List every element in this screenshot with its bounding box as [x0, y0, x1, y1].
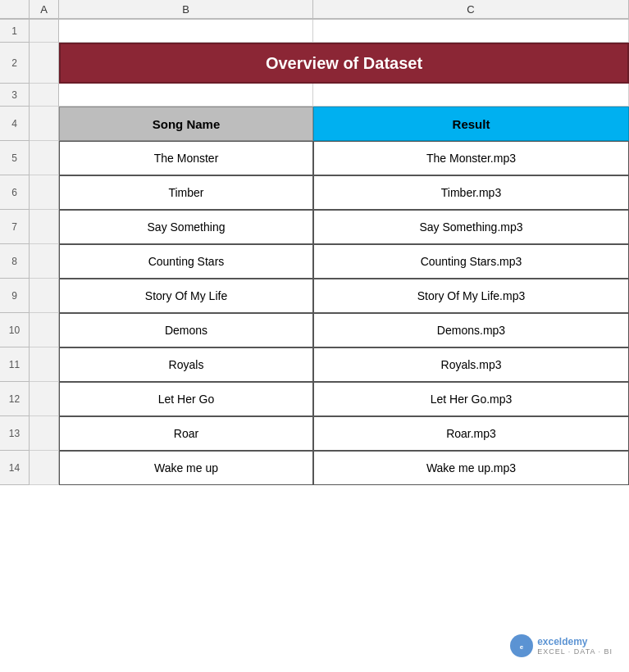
cell-c7[interactable]: Say Something.mp3	[313, 210, 629, 244]
row-num-14: 14	[0, 451, 30, 485]
row-2: 2 Overview of Dataset	[0, 43, 629, 84]
cell-a8[interactable]	[30, 244, 59, 279]
row-10: 10 Demons Demons.mp3	[0, 313, 629, 347]
cell-a10[interactable]	[30, 313, 59, 347]
cell-a1[interactable]	[30, 20, 59, 43]
row-8: 8 Counting Stars Counting Stars.mp3	[0, 244, 629, 279]
row-6: 6 Timber Timber.mp3	[0, 175, 629, 210]
cell-c5[interactable]: The Monster.mp3	[313, 141, 629, 175]
cell-b8[interactable]: Counting Stars	[59, 244, 313, 279]
cell-b11[interactable]: Royals	[59, 347, 313, 382]
cell-a13[interactable]	[30, 416, 59, 451]
row-num-11: 11	[0, 347, 30, 382]
cell-b12[interactable]: Let Her Go	[59, 382, 313, 416]
row-num-5: 5	[0, 141, 30, 175]
cell-b13[interactable]: Roar	[59, 416, 313, 451]
watermark-text: exceldemy EXCEL · DATA · BI	[537, 636, 613, 656]
row-num-2: 2	[0, 43, 30, 84]
row-num-7: 7	[0, 210, 30, 244]
cell-b14[interactable]: Wake me up	[59, 451, 313, 485]
row-7: 7 Say Something Say Something.mp3	[0, 210, 629, 244]
cell-c1[interactable]	[313, 20, 629, 43]
row-13: 13 Roar Roar.mp3	[0, 416, 629, 451]
row-14: 14 Wake me up Wake me up.mp3	[0, 451, 629, 485]
cell-c6[interactable]: Timber.mp3	[313, 175, 629, 210]
cell-c3[interactable]	[313, 84, 629, 107]
col-header-c: C	[313, 0, 629, 19]
cell-b6[interactable]: Timber	[59, 175, 313, 210]
watermark-logo: e	[510, 634, 533, 657]
cell-a6[interactable]	[30, 175, 59, 210]
cell-b9[interactable]: Story Of My Life	[59, 279, 313, 313]
row-12: 12 Let Her Go Let Her Go.mp3	[0, 382, 629, 416]
grid: 1 2 Overview of Dataset 3 4 Song Name Re…	[0, 20, 629, 485]
cell-a11[interactable]	[30, 347, 59, 382]
cell-a14[interactable]	[30, 451, 59, 485]
cell-a7[interactable]	[30, 210, 59, 244]
cell-a12[interactable]	[30, 382, 59, 416]
cell-c13[interactable]: Roar.mp3	[313, 416, 629, 451]
row-4: 4 Song Name Result	[0, 107, 629, 141]
cell-b1[interactable]	[59, 20, 313, 43]
row-num-6: 6	[0, 175, 30, 210]
cell-a9[interactable]	[30, 279, 59, 313]
cell-a2[interactable]	[30, 43, 59, 84]
row-num-12: 12	[0, 382, 30, 416]
cell-b5[interactable]: The Monster	[59, 141, 313, 175]
row-num-4: 4	[0, 107, 30, 141]
cell-b7[interactable]: Say Something	[59, 210, 313, 244]
header-result[interactable]: Result	[313, 107, 629, 141]
cell-c8[interactable]: Counting Stars.mp3	[313, 244, 629, 279]
row-1: 1	[0, 20, 629, 43]
cell-a4[interactable]	[30, 107, 59, 141]
col-header-b: B	[59, 0, 313, 19]
watermark: e exceldemy EXCEL · DATA · BI	[510, 634, 613, 657]
col-header-a: A	[30, 0, 59, 19]
row-num-10: 10	[0, 313, 30, 347]
row-9: 9 Story Of My Life Story Of My Life.mp3	[0, 279, 629, 313]
cell-c14[interactable]: Wake me up.mp3	[313, 451, 629, 485]
cell-a5[interactable]	[30, 141, 59, 175]
cell-c11[interactable]: Royals.mp3	[313, 347, 629, 382]
svg-text:e: e	[520, 643, 524, 651]
row-3: 3	[0, 84, 629, 107]
cell-c12[interactable]: Let Her Go.mp3	[313, 382, 629, 416]
cell-b3[interactable]	[59, 84, 313, 107]
column-headers: A B C	[0, 0, 629, 20]
row-num-3: 3	[0, 84, 30, 107]
row-11: 11 Royals Royals.mp3	[0, 347, 629, 382]
row-5: 5 The Monster The Monster.mp3	[0, 141, 629, 175]
cell-c9[interactable]: Story Of My Life.mp3	[313, 279, 629, 313]
spreadsheet: A B C 1 2 Overview of Dataset 3 4	[0, 0, 629, 672]
header-song-name[interactable]: Song Name	[59, 107, 313, 141]
row-num-1: 1	[0, 20, 30, 43]
corner-cell	[0, 0, 30, 19]
cell-b10[interactable]: Demons	[59, 313, 313, 347]
row-num-9: 9	[0, 279, 30, 313]
cell-a3[interactable]	[30, 84, 59, 107]
title-cell[interactable]: Overview of Dataset	[59, 43, 629, 84]
row-num-8: 8	[0, 244, 30, 279]
row-num-13: 13	[0, 416, 30, 451]
cell-c10[interactable]: Demons.mp3	[313, 313, 629, 347]
